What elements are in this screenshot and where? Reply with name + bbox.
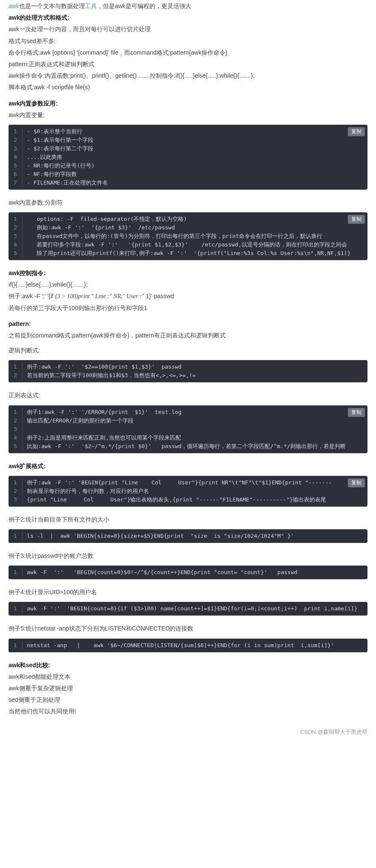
code-block-separator: 复制 12345 options: -F filed-separator(不指定… [9,212,367,260]
code-lines: 例子1:awk -F ':' '/ERROR/{print $1}' test.… [23,405,367,453]
section5-title: awk扩展格式: [9,461,367,472]
footer-author: @森明帮大于黑虎帮 [318,729,367,735]
code-block-ext1: 复制 123 例子:awk -F ':' 'BEGIN{print "Line … [9,476,367,507]
line-gutter: 12345 [9,212,23,260]
s3-l1: if(){.....}else{.....};while(){.......}; [9,279,367,290]
awk-link[interactable]: awk [9,3,19,9]
s6-l0: awk和sed都能处理文本 [9,672,367,682]
footer: CSDN @森明帮大于黑虎帮 [9,727,367,742]
section3-title: awk控制指令: [9,268,367,279]
s3-l2: 例子:awk -F ':' '{if (3 > 100)print " Line… [9,291,367,302]
code-block-regex: 复制 12345 例子1:awk -F ':' '/ERROR/{print $… [9,405,367,453]
tool-link[interactable]: 工具 [85,3,97,9]
line-gutter: 1 [9,602,23,616]
s6-l3: 当然他们也可以共同使用! [9,706,367,717]
ex5-title: 例子5:统计netstat -anp状态下分别为LISTEN和CONNECTED… [9,623,367,634]
section4-title: pattern: [9,319,367,329]
line-gutter: 123 [9,476,23,507]
s4-l1: 之前提到command格式:pattern{awk操作命令}，pattern有正… [9,330,367,341]
ex4-title: 例子4:统计显示UID>100的用户名 [9,587,367,598]
line-gutter: 1 [9,566,23,579]
intro-text: awkawk也是一个文本与数据处理工具，但是awk是可编程的，更灵活强大也是一个… [9,1,367,12]
code-lines: netstat -anp | awk '$6~/CONNECTED|LISTEN… [23,639,367,652]
section2-title: awk内置参数应用: [9,98,367,109]
code-lines: awk -F ':' 'BEGIN{count=0}$0!~/^$/{count… [23,566,367,579]
s1-l0: awk一次处理一行内容，而且对每行可以进行切片处理 [9,24,367,35]
s6-l2: sed侧重于正则处理 [9,695,367,705]
code-lines: ls -l | awk 'BEGIN{size=0}{size+=$5}END{… [23,529,367,543]
section2-sub1: awk内置变量: [9,110,367,120]
copy-button[interactable]: 复制 [348,127,365,136]
code-block-ex4: 1 awk -F ':' 'BEGIN{count=0}{if ($3>100)… [9,602,367,616]
line-gutter: 1 [9,639,23,652]
copy-button[interactable]: 复制 [348,215,365,224]
s1-l5: 脚本格式:awk -f scriptfile file(s) [9,82,367,93]
ex3-title: 例子3:统计passwd中的账户总数 [9,551,367,561]
line-gutter: 1234567 [9,125,23,190]
section1-body: awk一次处理一行内容，而且对每行可以进行切片处理 格式与sed差不多: 命令行… [9,24,367,93]
s6-l1: awk侧重于复杂逻辑处理 [9,683,367,694]
s1-l2: 命令行格式:awk [options] '{command}' file，而co… [9,47,367,58]
line-gutter: 1 [9,529,23,543]
copy-button[interactable]: 复制 [348,408,365,417]
ex2-title: 例子2:统计当前目录下所有文件的大小 [9,514,367,525]
section1-title: awk的处理方式和格式: [9,12,367,23]
s4-sub2: 正则表达式: [9,390,367,401]
code-block-vars: 复制 1234567 - $0:表示整个当前行 - $1:表示每行第一个字段 -… [9,125,367,190]
s3-l3: 若每行的第三字段大于100则输出那行的行号和字段1 [9,303,367,314]
s4-sub1: 逻辑判断式: [9,345,367,356]
s1-l3: pattern:正则表达式和逻辑判断式 [9,59,367,70]
code-block-ex3: 1 awk -F ':' 'BEGIN{count=0}$0!~/^$/{cou… [9,566,367,579]
code-lines: - $0:表示整个当前行 - $1:表示每行第一个字段 - $2:表示每行第二个… [23,125,367,190]
line-gutter: 12 [9,360,23,382]
section6-title: awk和sed比较: [9,660,367,671]
code-lines: awk -F ':' 'BEGIN{count=0}{if ($3>100) n… [23,602,367,616]
s1-l4: awk操作命令:内置函数:print()、printf()、getline().… [9,70,367,81]
section2-sub2: awk内置参数:分割符 [9,197,367,208]
s1-l1: 格式与sed差不多: [9,36,367,47]
footer-source: CSDN [300,729,316,735]
code-lines: 例子:awk -F ':' '$2==100{print $1,$3}' pas… [23,360,367,382]
line-gutter: 12345 [9,405,23,453]
code-lines: 例子:awk -F ':' 'BEGIN{print "Line Col Use… [23,476,367,507]
copy-button[interactable]: 复制 [348,478,365,487]
code-block-ex2: 1 ls -l | awk 'BEGIN{size=0}{size+=$5}EN… [9,529,367,543]
code-block-logic: 12 例子:awk -F ':' '$2==100{print $1,$3}' … [9,360,367,382]
code-block-ex5: 1 netstat -anp | awk '$6~/CONNECTED|LIST… [9,639,367,652]
code-lines: options: -F filed-separator(不指定，默认为空格) 例… [23,212,367,260]
